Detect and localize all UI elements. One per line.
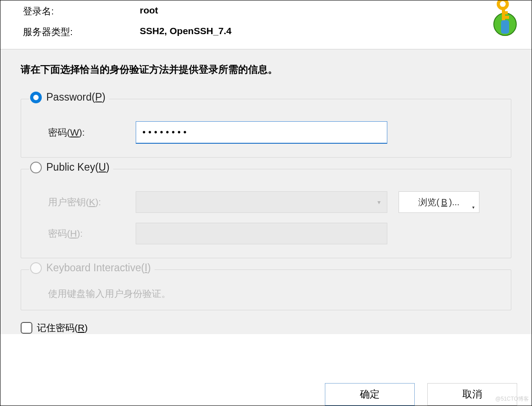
browse-button[interactable]: 浏览(B)... ▾ <box>399 191 479 213</box>
connection-info-header: 登录名: root 服务器类型: SSH2, OpenSSH_7.4 <box>0 0 532 49</box>
pk-password-label: 密码(H): <box>48 227 136 240</box>
keyboard-radio <box>30 262 42 274</box>
instruction-text: 请在下面选择恰当的身份验证方法并提供登录所需的信息。 <box>21 63 511 76</box>
server-type-value: SSH2, OpenSSH_7.4 <box>140 26 231 38</box>
remember-password-label: 记住密码(R) <box>37 322 88 334</box>
publickey-auth-group: Public Key(U) 用户密钥(K): ▾ 浏览(B)... ▾ 密码(H… <box>21 169 511 258</box>
auth-keys-icon <box>478 0 523 38</box>
svg-rect-6 <box>502 11 508 14</box>
chevron-down-icon: ▾ <box>377 199 381 206</box>
login-name-label: 登录名: <box>23 5 140 18</box>
server-type-label: 服务器类型: <box>23 26 140 38</box>
keyboard-radio-label: Keyboard Interactive(I) <box>46 262 151 274</box>
dialog-body: 请在下面选择恰当的身份验证方法并提供登录所需的信息。 Password(P) 密… <box>0 49 532 334</box>
publickey-radio[interactable] <box>30 162 42 173</box>
pk-password-input <box>136 223 387 244</box>
remember-password-row[interactable]: 记住密码(R) <box>21 322 511 334</box>
dialog-buttons: 确定 取消 <box>325 383 517 406</box>
ok-button[interactable]: 确定 <box>325 383 415 406</box>
watermark-text: @51CTO博客 <box>495 395 529 403</box>
user-key-label: 用户密钥(K): <box>48 196 136 208</box>
svg-rect-2 <box>501 20 509 34</box>
password-input[interactable] <box>136 121 387 144</box>
password-auth-group: Password(P) 密码(W): <box>21 99 511 158</box>
keyboard-auth-group: Keyboard Interactive(I) 使用键盘输入用户身份验证。 <box>21 269 511 310</box>
password-radio[interactable] <box>30 92 42 103</box>
keyboard-desc: 使用键盘输入用户身份验证。 <box>30 287 502 300</box>
password-radio-label[interactable]: Password(P) <box>46 91 106 103</box>
svg-rect-5 <box>502 16 509 19</box>
ssh-auth-dialog: 登录名: root 服务器类型: SSH2, OpenSSH_7.4 请在下面选… <box>0 0 532 406</box>
dropdown-caret-icon: ▾ <box>472 205 474 210</box>
user-key-combo: ▾ <box>136 191 387 213</box>
publickey-radio-label[interactable]: Public Key(U) <box>46 161 110 173</box>
login-name-value: root <box>140 5 158 18</box>
remember-password-checkbox[interactable] <box>21 322 32 334</box>
password-field-label: 密码(W): <box>48 126 136 139</box>
